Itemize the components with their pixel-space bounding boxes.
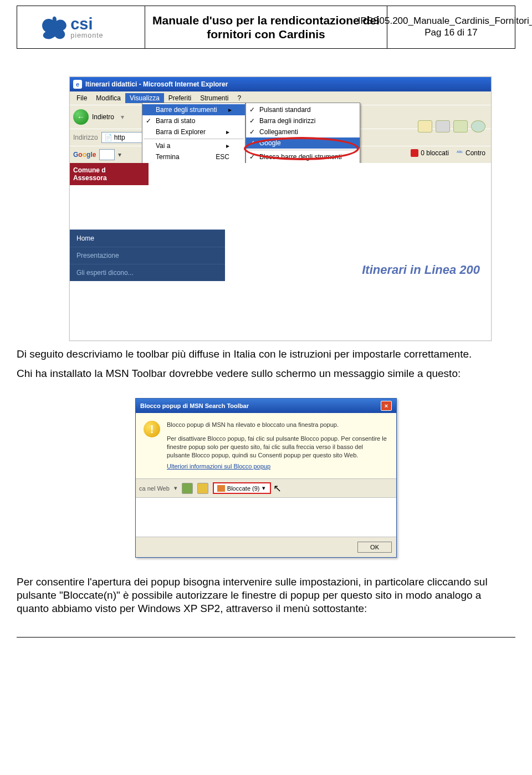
ok-button[interactable]: OK <box>357 542 392 553</box>
msn-icon-2[interactable] <box>197 483 208 494</box>
ie-logo-icon: e <box>73 80 82 89</box>
google-brand: Google <box>73 151 96 159</box>
nav-esperti[interactable]: Gli esperti dicono... <box>70 264 225 281</box>
paragraph-1: Di seguito descriviamo le toolbar più di… <box>17 348 515 361</box>
side-nav: Home Presentazione Gli esperti dicono... <box>70 230 225 281</box>
address-input[interactable]: 📄 http <box>101 132 146 143</box>
dd-barre-strumenti[interactable]: Barre degli strumenti▸ <box>142 104 245 115</box>
toolbar-right-icons <box>418 120 485 132</box>
dd2-google[interactable]: Google <box>246 137 360 149</box>
google-search-box[interactable] <box>99 149 115 160</box>
msn-blank-area <box>136 497 396 537</box>
close-button[interactable]: × <box>381 401 392 411</box>
warning-icon: ! <box>144 421 160 437</box>
header-logo-cell: csi piemonte <box>17 6 145 48</box>
bloccate-button[interactable]: Bloccate (9) ▾ <box>213 482 271 494</box>
print-icon[interactable] <box>436 120 450 132</box>
page-heading: Itinerari in Linea 200 <box>362 263 480 277</box>
google-dropdown-icon[interactable]: ▾ <box>118 151 121 159</box>
shield-icon <box>411 149 418 157</box>
nav-home[interactable]: Home <box>70 230 225 247</box>
dd-termina[interactable]: TerminaESC <box>142 151 245 162</box>
address-value: http <box>114 134 125 141</box>
red-side-panel: Comune d Assessora <box>70 163 149 186</box>
dd2-colleg[interactable]: Collegamenti <box>246 126 360 137</box>
msn-line1: Blocco popup di MSN ha rilevato e blocca… <box>167 421 387 429</box>
popup-block-icon <box>217 485 225 492</box>
dd-vai-a[interactable]: Vai a▸ <box>142 140 245 151</box>
msn-title-text: Blocco popup di MSN Search Toolbar <box>140 402 249 409</box>
footer-rule <box>17 637 515 638</box>
dd2-indirizzi[interactable]: Barra degli indirizzi <box>246 115 360 126</box>
edit-icon[interactable] <box>453 120 468 132</box>
back-button-icon[interactable]: ← <box>73 109 89 125</box>
menu-help[interactable]: ? <box>233 93 246 103</box>
mail-icon[interactable] <box>418 120 432 132</box>
google-blocked[interactable]: 0 bloccati ᴬᴮᶜ Contro <box>411 149 485 157</box>
msn-more-link[interactable]: Ulteriori informazioni sul Blocco popup <box>167 462 387 471</box>
document-header: csi piemonte Manuale d'uso per la rendic… <box>17 6 515 49</box>
menu-visualizza[interactable]: Visualizza <box>125 93 164 103</box>
paragraph-3: Per consentire l'apertura dei popup biso… <box>17 575 515 615</box>
assess-text: Assessora <box>73 174 145 182</box>
ie-screenshot: e Itinerari didattici - Microsoft Intern… <box>69 77 492 341</box>
msn-web-label: ca nel Web <box>139 485 170 492</box>
ie-title-text: Itinerari didattici - Microsoft Internet… <box>85 80 228 88</box>
menu-file[interactable]: File <box>72 93 91 103</box>
msn-body: ! Blocco popup di MSN ha rilevato e bloc… <box>136 413 396 478</box>
dd2-blocca[interactable]: Blocca barre degli strumenti <box>246 151 360 162</box>
csi-logo: csi piemonte <box>34 11 128 44</box>
comune-text: Comune d <box>73 166 145 174</box>
controllo-label: Contro <box>466 149 485 157</box>
svg-text:piemonte: piemonte <box>70 31 103 39</box>
msn-popup-dialog: Blocco popup di MSN Search Toolbar × ! B… <box>135 398 397 558</box>
toolbar-sep: ▾ <box>121 113 124 121</box>
msn-line2: Per disattivare Blocco popup, fai clic s… <box>167 435 387 460</box>
paragraph-2: Chi ha installato la MSN Toolbar dovrebb… <box>17 367 515 380</box>
page-info: Pag 16 di 17 <box>424 27 477 38</box>
chevron-down-icon[interactable]: ▾ <box>174 485 177 492</box>
msn-footer: OK <box>136 537 396 557</box>
dd2-pulsanti[interactable]: Pulsanti standard <box>246 104 360 115</box>
ie-page-content: Comune d Assessora Home Presentazione Gl… <box>70 163 491 340</box>
svg-text:csi: csi <box>70 15 93 33</box>
msn-toolbar: ca nel Web ▾ Bloccate (9) ▾ ↖ <box>136 478 396 497</box>
messenger-icon[interactable] <box>471 120 485 132</box>
ie-titlebar: e Itinerari didattici - Microsoft Intern… <box>70 77 491 91</box>
header-title: Manuale d'uso per la rendicontazione dei… <box>145 6 387 48</box>
bloccate-label: Bloccate (9) <box>227 485 260 492</box>
menu-preferiti[interactable]: Preferiti <box>164 93 196 103</box>
back-label: Indietro <box>92 113 114 121</box>
msn-titlebar: Blocco popup di MSN Search Toolbar × <box>136 399 396 413</box>
abc-icon: ᴬᴮᶜ <box>457 150 463 156</box>
menu-strumenti[interactable]: Strumenti <box>196 93 233 103</box>
ie-page-icon: 📄 <box>104 134 112 141</box>
address-label: Indirizzo <box>73 134 98 141</box>
dd-barra-stato[interactable]: Barra di stato <box>142 115 245 126</box>
msn-icon-1[interactable] <box>182 483 193 494</box>
menu-modifica[interactable]: Modifica <box>91 93 125 103</box>
nav-presentazione[interactable]: Presentazione <box>70 247 225 264</box>
chevron-down-icon: ▾ <box>262 485 265 492</box>
header-meta: IPSS05.200_Manuale_Cardinis_Fornitori_v2… <box>387 6 515 48</box>
doc-ref: IPSS05.200_Manuale_Cardinis_Fornitori_v2 <box>358 16 532 27</box>
dd-barra-explorer[interactable]: Barra di Explorer▸ <box>142 126 245 137</box>
blocked-count: 0 bloccati <box>421 149 449 157</box>
